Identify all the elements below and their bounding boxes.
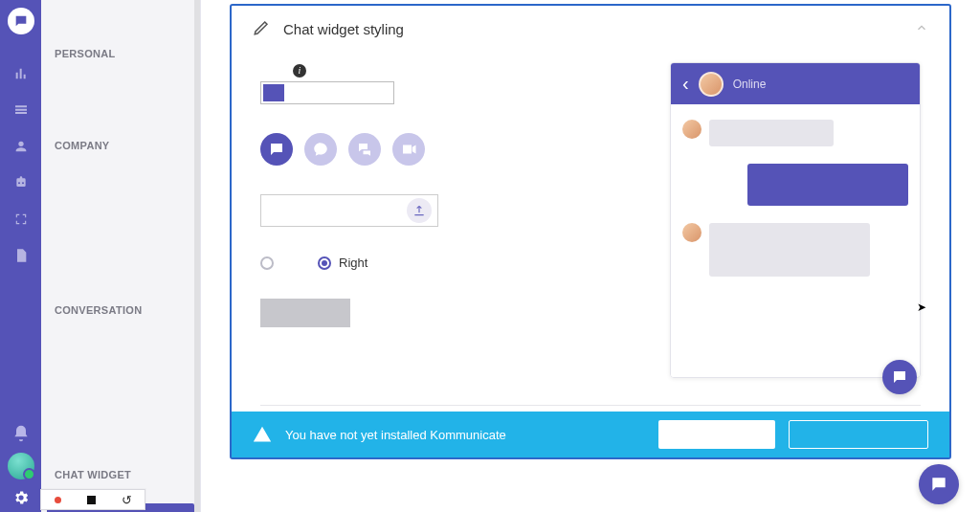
incoming-message (682, 120, 908, 146)
bot-icon[interactable] (12, 174, 30, 191)
upload-icon[interactable] (407, 198, 432, 223)
launcher-fab-preview (882, 360, 917, 394)
incoming-message (682, 223, 908, 277)
sidebar: PERSONAL COMPANY CONVERSATION CHAT WIDGE… (41, 0, 201, 512)
pencil-icon (253, 19, 270, 39)
sidebar-section-conversation[interactable]: CONVERSATION (55, 304, 187, 316)
collapse-icon[interactable] (12, 211, 30, 228)
banner-primary-button[interactable] (658, 420, 775, 449)
message-avatar (682, 120, 702, 139)
nav-rail (0, 0, 41, 512)
users-icon[interactable] (12, 138, 30, 155)
restart-icon[interactable]: ↺ (122, 493, 132, 507)
main-content: Chat widget styling i (201, 0, 980, 512)
icon-option-video[interactable] (392, 133, 425, 166)
position-radio-group: Right (260, 256, 586, 270)
sidebar-section-chatwidget[interactable]: CHAT WIDGET (55, 469, 187, 480)
settings-icon[interactable] (12, 489, 30, 506)
agent-status: Online (733, 78, 767, 91)
chat-header: ‹ Online (671, 63, 920, 104)
icon-option-double-speech[interactable] (348, 133, 381, 166)
notifications-icon[interactable] (11, 424, 31, 443)
custom-icon-upload[interactable] (260, 194, 438, 227)
styling-card: Chat widget styling i (230, 4, 951, 459)
sidebar-section-personal[interactable]: PERSONAL (55, 48, 187, 59)
agent-avatar (699, 72, 724, 97)
record-icon[interactable] (55, 497, 61, 503)
card-title: Chat widget styling (283, 21, 404, 37)
analytics-icon[interactable] (12, 65, 30, 82)
icon-option-speech[interactable] (304, 133, 337, 166)
position-right-label: Right (339, 256, 368, 270)
sidebar-section-company[interactable]: COMPANY (55, 140, 187, 151)
screen-recorder-bar: ↺ (40, 489, 145, 510)
position-right[interactable]: Right (318, 256, 368, 270)
document-icon[interactable] (12, 247, 30, 264)
divider (260, 405, 921, 406)
banner-text: You have not yet installed Kommunicate (285, 428, 506, 442)
info-icon[interactable]: i (293, 64, 306, 78)
icon-option-bubble-bars[interactable] (260, 133, 293, 166)
banner-secondary-button[interactable] (789, 420, 928, 449)
chat-preview: ‹ Online (670, 62, 921, 378)
position-left[interactable] (260, 256, 274, 270)
disabled-button (260, 299, 350, 327)
warning-icon (253, 425, 272, 444)
chat-window: ‹ Online (670, 62, 921, 378)
stop-icon[interactable] (87, 496, 96, 504)
primary-color-input[interactable] (260, 81, 394, 104)
collapse-chevron-icon[interactable] (915, 21, 928, 37)
message-bubble (709, 120, 834, 146)
message-bubble (747, 164, 908, 206)
message-avatar (682, 223, 702, 242)
back-icon[interactable]: ‹ (682, 73, 689, 95)
install-banner: You have not yet installed Kommunicate (232, 412, 949, 457)
messages-icon[interactable] (12, 101, 30, 119)
app-logo-icon[interactable] (8, 8, 34, 34)
launcher-icon-picker (260, 133, 586, 166)
page-launcher-fab[interactable] (919, 464, 959, 504)
color-swatch (263, 84, 284, 101)
outgoing-message (682, 164, 908, 206)
message-bubble (709, 223, 870, 277)
profile-avatar[interactable] (8, 453, 34, 479)
